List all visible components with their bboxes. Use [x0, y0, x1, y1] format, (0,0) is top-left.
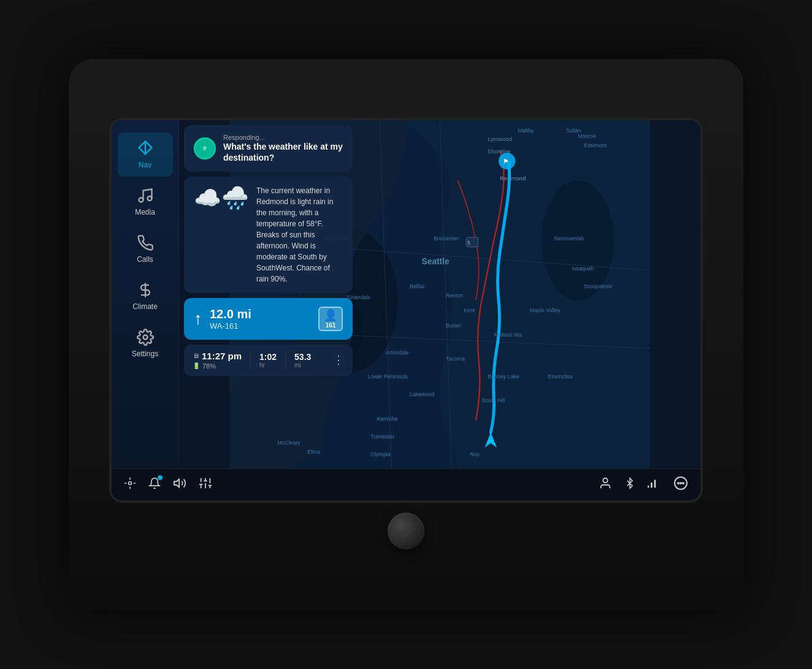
svg-text:Sammamish: Sammamish: [554, 235, 584, 241]
sidebar-climate-label: Climate: [132, 302, 158, 311]
overlay-panel: Responding... What's the weather like at…: [184, 125, 353, 376]
svg-text:Roy: Roy: [470, 451, 480, 457]
trip-info-bar: 🖥 11:27 pm 🔋 78% 1:02: [184, 345, 353, 376]
screen-inner: Nav Media: [112, 120, 700, 500]
svg-text:Lynnwood: Lynnwood: [488, 136, 512, 142]
weather-card: ☁️🌧️ The current weather in Redmond is l…: [184, 177, 353, 293]
trip-arrival-row: 🖥 11:27 pm: [193, 351, 242, 361]
svg-text:Maple Valley: Maple Valley: [530, 307, 561, 313]
bottom-left-icons: [124, 476, 599, 493]
nav-road: WA-161: [210, 321, 311, 331]
equalizer-icon[interactable]: [199, 476, 212, 493]
signal-icon[interactable]: [648, 476, 661, 493]
volume-icon[interactable]: [173, 476, 186, 493]
svg-point-54: [129, 481, 132, 484]
svg-point-3: [147, 196, 151, 201]
sidebar-item-settings[interactable]: Settings: [118, 321, 173, 365]
svg-point-71: [680, 483, 681, 484]
trip-distance-item: 53.3 mi: [294, 352, 311, 369]
svg-text:Kent: Kent: [464, 307, 475, 313]
svg-text:Kamiche: Kamiche: [377, 415, 397, 421]
main-area: Nav Media: [112, 120, 700, 468]
svg-point-2: [139, 197, 143, 202]
svg-text:Elma: Elma: [308, 448, 320, 454]
trip-distance-value: 53.3: [294, 352, 311, 362]
trip-arrival-time: 11:27 pm: [202, 351, 242, 361]
notification-badge: [158, 475, 163, 480]
trip-menu-button[interactable]: ⋮: [333, 353, 344, 367]
sidebar-media-label: Media: [135, 208, 155, 216]
svg-text:Artondale: Artondale: [386, 349, 409, 355]
sidebar-item-nav[interactable]: Nav: [118, 132, 173, 177]
bottom-right-icons: [599, 476, 688, 494]
voice-text: Responding... What's the weather like at…: [223, 134, 343, 163]
svg-text:Olympia: Olympia: [370, 451, 390, 457]
nav-instruction-card: ↑ 12.0 mi WA-161 👤 161: [184, 298, 353, 340]
trip-battery-row: 🔋 78%: [193, 362, 216, 370]
svg-marker-55: [174, 479, 179, 487]
sidebar-item-calls[interactable]: Calls: [118, 227, 173, 271]
trip-duration-item: 1:02 hr: [259, 352, 277, 369]
trip-divider-2: [285, 351, 286, 369]
svg-text:Renton: Renton: [446, 292, 463, 298]
trip-duration-value: 1:02: [259, 352, 277, 362]
car-frame: Nav Media: [69, 59, 743, 611]
trip-arrival-icon: 🖥: [193, 352, 199, 359]
svg-text:Lakewood: Lakewood: [410, 391, 434, 397]
bluetooth-icon[interactable]: [624, 476, 635, 493]
svg-text:South Hill: South Hill: [482, 397, 505, 403]
bottom-status-bar: [112, 468, 700, 500]
svg-text:Federal Wa: Federal Wa: [494, 331, 521, 337]
weather-icon: ☁️🌧️: [194, 185, 249, 285]
trip-distance-label: mi: [294, 362, 301, 369]
voice-question: What's the weather like at my destinatio…: [223, 141, 343, 163]
svg-text:Burien: Burien: [446, 322, 462, 328]
sidebar-item-climate[interactable]: Climate: [118, 274, 173, 318]
map-container: Seattle Redmond Shoreline Lynnwood Monro…: [179, 120, 700, 468]
location-icon[interactable]: [124, 477, 136, 492]
svg-text:Enumclaw: Enumclaw: [548, 373, 573, 380]
svg-text:⚑: ⚑: [503, 158, 508, 165]
svg-point-65: [603, 478, 607, 482]
voice-assistant-icon[interactable]: [194, 137, 216, 159]
nav-info: 12.0 mi WA-161: [210, 307, 311, 331]
more-options-icon[interactable]: [673, 476, 688, 494]
screen: Nav Media: [112, 120, 700, 500]
trip-duration-label: hr: [259, 362, 265, 369]
control-knob[interactable]: [388, 513, 424, 549]
svg-point-5: [143, 335, 147, 339]
svg-text:Snoqualmie: Snoqualmie: [584, 283, 613, 289]
trip-arrival-container: 🖥 11:27 pm 🔋 78%: [193, 351, 242, 370]
trip-divider-1: [250, 351, 251, 369]
trip-battery-pct: 78%: [202, 362, 216, 370]
svg-text:McCleary: McCleary: [278, 439, 301, 445]
svg-text:Maltby: Maltby: [518, 127, 534, 133]
svg-text:Eastmont: Eastmont: [584, 142, 607, 148]
svg-text:Issaquah: Issaquah: [572, 265, 594, 271]
svg-point-72: [683, 483, 684, 484]
weather-description: The current weather in Redmond is light …: [256, 185, 343, 285]
road-badge-number: 161: [326, 322, 336, 329]
svg-text:Seattle: Seattle: [422, 257, 450, 266]
profile-icon[interactable]: [599, 476, 612, 493]
nav-road-badge: 👤 161: [318, 307, 343, 331]
sidebar-item-media[interactable]: Media: [118, 180, 173, 224]
notification-icon[interactable]: [148, 477, 161, 492]
sidebar-settings-label: Settings: [132, 350, 158, 358]
svg-point-70: [678, 483, 679, 484]
nav-distance: 12.0 mi: [210, 307, 311, 321]
svg-text:Monroe: Monroe: [578, 133, 596, 139]
sidebar: Nav Media: [112, 120, 179, 468]
svg-text:5: 5: [467, 239, 470, 245]
nav-direction-arrow: ↑: [194, 309, 202, 329]
svg-text:Bonney Lake: Bonney Lake: [488, 373, 519, 380]
svg-text:Bremerton: Bremerton: [434, 235, 459, 241]
road-badge-icon: 👤: [324, 308, 337, 322]
sidebar-calls-label: Calls: [137, 255, 153, 264]
voice-card: Responding... What's the weather like at…: [184, 125, 353, 172]
sidebar-nav-label: Nav: [139, 161, 151, 169]
svg-text:Sultan: Sultan: [566, 127, 581, 133]
trip-battery-icon: 🔋: [193, 362, 200, 369]
svg-text:Lower Peninsula: Lower Peninsula: [367, 373, 407, 380]
svg-text:Belfair: Belfair: [410, 283, 425, 289]
